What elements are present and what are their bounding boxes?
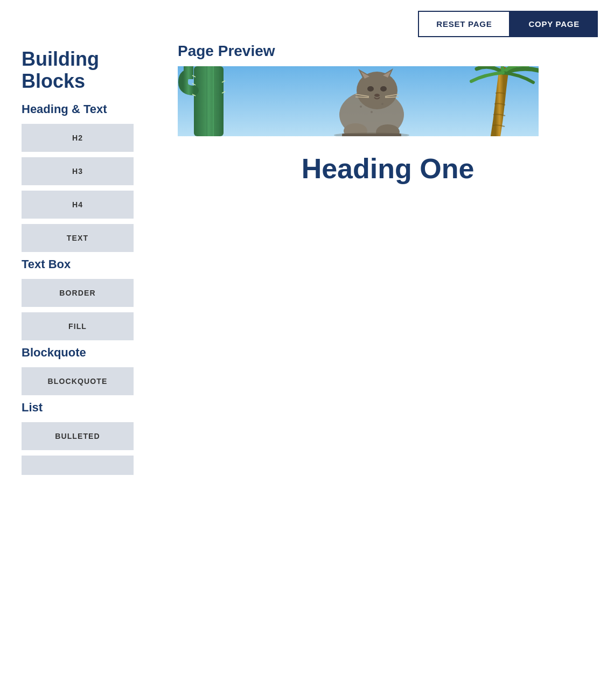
svg-point-18 [367,86,374,92]
svg-line-22 [355,97,369,97]
preview-image [178,66,539,136]
svg-line-24 [385,97,399,97]
content-area: Page Preview [162,43,614,475]
block-btn-fill[interactable]: FILL [22,312,134,340]
svg-rect-2 [194,66,224,136]
block-btn-border[interactable]: BORDER [22,279,134,307]
main-layout: Building Blocks Heading & Text H2 H3 H4 … [0,43,614,475]
section-label-list: List [22,401,151,415]
svg-point-20 [374,94,380,97]
block-btn-blockquote[interactable]: BLOCKQUOTE [22,367,134,395]
preview-image-svg [178,66,539,136]
top-bar: RESET PAGE COPY PAGE [0,0,614,43]
block-btn-h3[interactable]: H3 [22,157,134,185]
svg-point-30 [381,103,383,105]
block-btn-text[interactable]: TEXT [22,224,134,252]
block-btn-extra[interactable] [22,456,134,475]
page-preview-label: Page Preview [178,43,598,60]
svg-point-29 [371,111,373,113]
heading-one: Heading One [178,152,598,185]
reset-page-button[interactable]: RESET PAGE [418,11,510,37]
copy-page-button[interactable]: COPY PAGE [510,11,598,37]
section-label-heading-text: Heading & Text [22,102,151,116]
block-btn-h4[interactable]: H4 [22,191,134,219]
svg-point-19 [380,86,387,92]
section-label-blockquote: Blockquote [22,346,151,360]
svg-point-28 [360,106,362,108]
block-btn-h2[interactable]: H2 [22,124,134,152]
sidebar: Building Blocks Heading & Text H2 H3 H4 … [22,43,162,475]
sidebar-title: Building Blocks [22,48,151,93]
block-btn-bulleted[interactable]: BULLETED [22,422,134,450]
section-label-text-box: Text Box [22,257,151,271]
